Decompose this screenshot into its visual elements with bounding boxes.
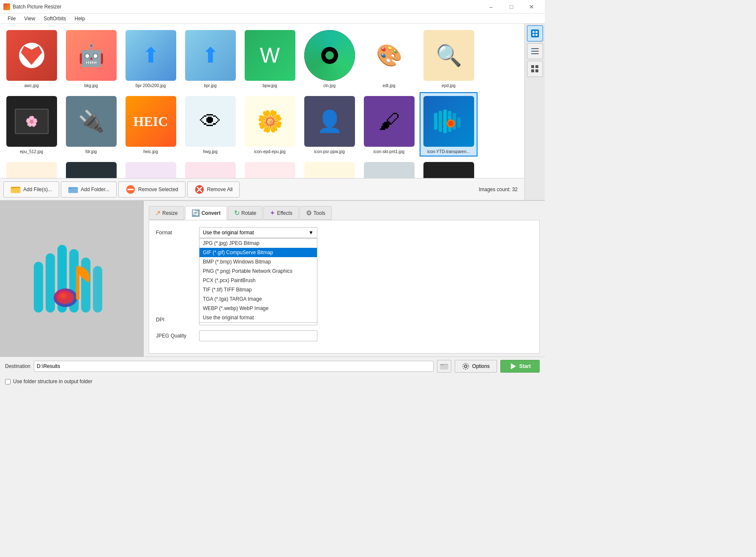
image-grid[interactable]: awc.jpg 🤖 bkg.jpg <box>0 24 524 178</box>
options-button[interactable]: Options <box>455 360 497 373</box>
format-label: Format <box>156 230 194 236</box>
svg-rect-27 <box>531 48 533 49</box>
image-container: awc.jpg 🤖 bkg.jpg <box>0 24 524 200</box>
image-cell[interactable]: ⬆ bpr.jpg <box>182 27 238 90</box>
image-name: bkg.jpg <box>84 83 98 88</box>
image-cell[interactable]: 🌼 icon-epd-epu.jpg <box>242 93 298 156</box>
format-option-tga[interactable]: TGA (*.tga) TARGA Image <box>199 294 317 304</box>
grid-icon <box>530 64 540 74</box>
format-option-webp[interactable]: WEBP (*.webp) WebP Image <box>199 304 317 313</box>
remove-selected-icon <box>126 184 136 195</box>
image-name: bpw.jpg <box>263 83 277 88</box>
folder-structure-checkbox[interactable] <box>5 379 11 384</box>
image-cell[interactable]: 🎵 makeup (Custom).jpg <box>63 159 119 178</box>
image-cell[interactable]: ✒ pdf.jpg <box>301 159 358 178</box>
image-cell[interactable]: 🔍 epd.jpg <box>420 27 477 90</box>
menu-help[interactable]: Help <box>71 15 90 22</box>
menu-view[interactable]: View <box>20 15 39 22</box>
image-cell[interactable]: pd pd.jpg <box>242 159 298 178</box>
maximize-button[interactable]: □ <box>502 0 521 14</box>
image-cell[interactable]: 🔌 fdr.jpg <box>63 93 119 156</box>
image-name: icon-YTD-transparen... <box>427 149 470 154</box>
sidebar-list-btn[interactable] <box>527 43 543 59</box>
format-option-png[interactable]: PNG (*.png) Portable Network Graphics <box>199 266 317 276</box>
format-option-original[interactable]: Use the original format <box>199 313 317 322</box>
preview-image <box>30 236 114 321</box>
svg-point-46 <box>464 365 467 368</box>
image-cell[interactable]: 👁 hwg.jpg <box>182 93 238 156</box>
format-option-gif[interactable]: GIF (*.gif) CompuServe Bitmap <box>199 248 317 257</box>
title-bar-title: Batch Picture Resizer <box>13 4 61 10</box>
format-option-bmp[interactable]: BMP (*.bmp) Windows Bitmap <box>199 257 317 266</box>
format-dropdown[interactable]: Use the original format ▼ <box>199 227 317 238</box>
resize-tab-icon: ↗ <box>155 209 161 217</box>
image-cell[interactable]: W bpw.jpg <box>242 27 298 90</box>
tab-resize[interactable]: ↗ Resize <box>149 206 184 220</box>
sidebar-grid-btn[interactable] <box>527 61 543 77</box>
minimize-button[interactable]: – <box>481 0 501 14</box>
convert-panel: Format Use the original format ▼ JPG (*.… <box>149 220 540 354</box>
tab-effects[interactable]: ✦ Effects <box>263 206 298 220</box>
settings-panel: ↗ Resize 🔄 Convert ↻ Rotate ✦ <box>144 201 545 357</box>
start-button[interactable]: Start <box>500 360 540 373</box>
format-row: Format Use the original format ▼ JPG (*.… <box>156 227 532 238</box>
format-option-tif[interactable]: TIF (*.tif) TIFF Bitmap <box>199 285 317 294</box>
export-icon <box>530 28 540 38</box>
svg-rect-44 <box>440 365 448 369</box>
tab-convert[interactable]: 🔄 Convert <box>185 206 227 220</box>
image-cell[interactable]: 👤 icon-psr-ppw.jpg <box>301 93 358 156</box>
image-cell[interactable]: icon-YTD-transparen... <box>420 93 477 156</box>
tab-tools[interactable]: ⚙ Tools <box>300 206 332 220</box>
format-option-pcx[interactable]: PCX (*.pcx) PaintBrush <box>199 276 317 285</box>
svg-rect-19 <box>531 30 539 37</box>
add-folder-button[interactable]: Add Folder... <box>61 181 117 198</box>
image-cell[interactable]: 🔒 ppa.jpg <box>361 159 417 178</box>
svg-rect-20 <box>532 31 535 33</box>
preview-area <box>0 201 144 357</box>
close-button[interactable]: ✕ <box>522 0 541 14</box>
tools-tab-icon: ⚙ <box>306 209 312 217</box>
image-name: cln.jpg <box>323 83 336 88</box>
svg-rect-28 <box>531 51 533 52</box>
image-cell[interactable]: HEIC heic.jpg <box>123 93 179 156</box>
svg-rect-34 <box>34 262 43 313</box>
title-bar-left: Batch Picture Resizer <box>3 3 61 10</box>
add-files-button[interactable]: Add File(s)... <box>3 181 59 198</box>
destination-input[interactable] <box>34 361 434 372</box>
image-name: icon-psr-ppw.jpg <box>314 149 345 154</box>
remove-all-button[interactable]: Remove All <box>187 181 240 198</box>
app-icon <box>3 3 10 10</box>
menu-softorbits[interactable]: SoftOrbits <box>39 15 70 22</box>
image-cell[interactable]: ⬆ bpr 200x200.jpg <box>123 27 179 90</box>
image-cell[interactable]: 🎨 edt.jpg <box>361 27 417 90</box>
remove-all-icon <box>194 184 205 195</box>
format-dropdown-list: JPG (*.jpg) JPEG Bitmap GIF (*.gif) Comp… <box>199 238 317 323</box>
title-bar-controls: – □ ✕ <box>481 0 541 14</box>
image-cell[interactable]: 🤖 bkg.jpg <box>63 27 119 90</box>
browse-button[interactable] <box>437 360 451 373</box>
add-files-icon <box>11 184 21 195</box>
image-cell[interactable]: 🖼 ico-Picture to Painting Converter.jpg <box>3 159 60 178</box>
sidebar-export-btn[interactable] <box>527 25 543 41</box>
list-icon <box>530 46 540 56</box>
gear-icon <box>462 362 469 370</box>
jpeg-quality-input[interactable] <box>199 330 317 341</box>
image-cell[interactable]: cln.jpg <box>301 27 358 90</box>
menu-file[interactable]: File <box>3 15 20 22</box>
format-selected: Use the original format <box>203 230 254 236</box>
image-name: hwg.jpg <box>203 149 217 154</box>
tab-rotate[interactable]: ↻ Rotate <box>228 206 262 220</box>
svg-point-7 <box>448 121 453 126</box>
image-cell[interactable]: awc.jpg <box>3 27 60 90</box>
svg-rect-29 <box>531 53 533 54</box>
image-name: fdr.jpg <box>85 149 97 154</box>
image-cell[interactable]: 💄 makeup (Custom)32.jpg <box>123 159 179 178</box>
image-cell[interactable]: 🖌 icon-skt-pnt1.jpg <box>361 93 417 156</box>
image-name: epd.jpg <box>442 83 456 88</box>
format-option-jpg[interactable]: JPG (*.jpg) JPEG Bitmap <box>199 239 317 248</box>
add-folder-icon <box>68 184 78 195</box>
remove-selected-button[interactable]: Remove Selected <box>118 181 186 198</box>
image-cell[interactable]: 🔑 ppw.jpg <box>420 159 477 178</box>
image-cell[interactable]: 💋 makeup.jpg <box>182 159 238 178</box>
image-cell[interactable]: 🌸 epu_512.jpg <box>3 93 60 156</box>
